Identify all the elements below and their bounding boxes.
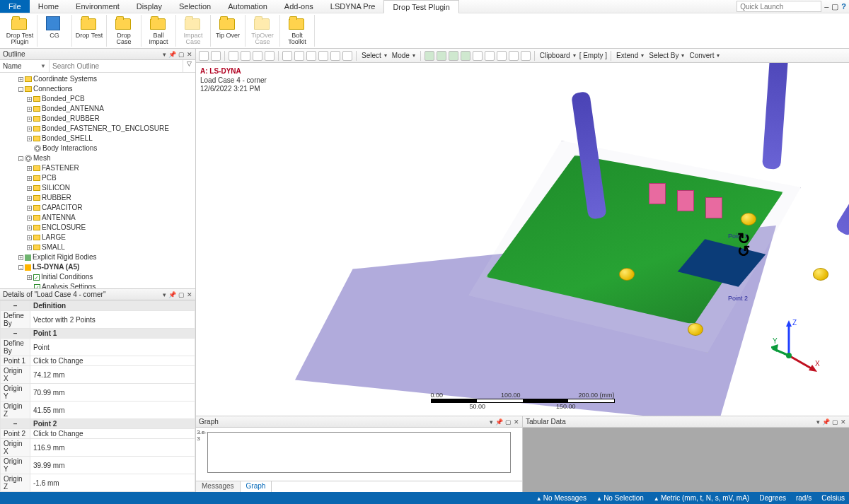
ribbon-bolt-toolkit[interactable]: Bolt Toolkit: [283, 15, 311, 47]
tab-graph[interactable]: Graph: [241, 481, 272, 492]
expand-icon[interactable]: +: [27, 166, 32, 171]
tree-node[interactable]: +SILICON: [1, 183, 195, 193]
tb-icon-edge[interactable]: [241, 51, 250, 61]
help-icon[interactable]: ?: [841, 2, 846, 11]
expand-icon[interactable]: +: [18, 77, 23, 82]
details-dropdown-icon[interactable]: ▾: [163, 291, 166, 298]
tb-icon-fit[interactable]: [211, 51, 221, 61]
tree-node[interactable]: +Coordinate Systems: [1, 74, 195, 84]
tree-node[interactable]: Body Interactions: [1, 143, 195, 153]
tb-icon-zoom[interactable]: [199, 51, 209, 61]
tree-node[interactable]: +Bonded_SHELL: [1, 134, 195, 143]
details-undock-icon[interactable]: ▢: [178, 291, 185, 298]
property-row[interactable]: Define ByVector with 2 Points: [1, 311, 195, 329]
tree-node[interactable]: +FASTENER: [1, 163, 195, 173]
ribbon-ball-impact[interactable]: Ball Impact: [144, 15, 173, 47]
tabular-pin-icon[interactable]: 📌: [822, 418, 830, 426]
tabular-dropdown-icon[interactable]: ▾: [816, 418, 820, 426]
tb-convert[interactable]: Convert: [688, 52, 721, 59]
expand-icon[interactable]: +: [27, 97, 32, 102]
outline-tree[interactable]: +Coordinate Systems-Connections+Bonded_P…: [0, 73, 195, 288]
property-row[interactable]: Define ByPoint: [1, 339, 195, 356]
menu-tab-lsdyna-pre[interactable]: LSDYNA Pre: [322, 0, 384, 13]
outline-filter-field[interactable]: Name ▼: [0, 60, 50, 72]
ribbon-tip-over[interactable]: Tip Over: [214, 15, 242, 47]
tree-node[interactable]: +PCB: [1, 173, 195, 183]
window-min-icon[interactable]: –: [824, 2, 828, 11]
orientation-triad[interactable]: Z X Y: [771, 317, 828, 373]
status-selection[interactable]: No Selection: [596, 494, 644, 502]
prop-value[interactable]: Click to Change: [30, 429, 195, 439]
outline-dropdown-icon[interactable]: ▾: [163, 51, 166, 58]
section-toggle[interactable]: –: [1, 329, 30, 339]
tree-node[interactable]: -Mesh: [1, 153, 195, 163]
tb-icon-zoomin[interactable]: [318, 51, 328, 61]
expand-icon[interactable]: +: [18, 255, 23, 260]
graph-plot-area[interactable]: 3.e-3: [207, 432, 511, 473]
menu-tab-home[interactable]: Home: [30, 0, 67, 13]
tb-icon-rotate[interactable]: [282, 51, 292, 61]
expand-icon[interactable]: -: [18, 87, 23, 92]
tree-node[interactable]: +Bonded_ANTENNA: [1, 104, 195, 114]
ribbon-drop-case[interactable]: Drop Case: [110, 15, 138, 47]
tb-icon-zoomout[interactable]: [330, 51, 340, 61]
tb-icon-g3[interactable]: [449, 51, 458, 61]
tb-icon-body[interactable]: [265, 51, 275, 61]
expand-icon[interactable]: +: [27, 136, 32, 141]
quick-launch-input[interactable]: [737, 1, 821, 12]
tb-icon-m2[interactable]: [485, 51, 495, 61]
tabular-undock-icon[interactable]: ▢: [832, 418, 838, 426]
prop-value[interactable]: 39.99 mm: [30, 457, 195, 474]
graph-close-icon[interactable]: ✕: [514, 418, 519, 426]
expand-icon[interactable]: +: [27, 127, 32, 131]
property-row[interactable]: Origin Z41.55 mm: [1, 402, 195, 419]
menu-tab-addons[interactable]: Add-ons: [276, 0, 322, 13]
prop-value[interactable]: -1.6 mm: [30, 474, 195, 492]
property-row[interactable]: Origin X116.9 mm: [1, 439, 195, 457]
expand-icon[interactable]: +: [27, 235, 32, 240]
tree-node[interactable]: +Bonded_FASTENER_TO_ENCLOSURE: [1, 124, 195, 134]
expand-icon[interactable]: -: [18, 265, 23, 270]
property-row[interactable]: Point 2Click to Change: [1, 429, 195, 439]
prop-value[interactable]: 41.55 mm: [30, 402, 195, 419]
expand-icon[interactable]: +: [27, 216, 32, 221]
status-units[interactable]: Metric (mm, t, N, s, mV, mA): [654, 494, 749, 502]
property-row[interactable]: Origin X74.12 mm: [1, 366, 195, 384]
prop-value[interactable]: Click to Change: [30, 356, 195, 366]
tb-icon-point[interactable]: [229, 51, 238, 61]
expand-icon[interactable]: +: [27, 117, 32, 122]
tb-icon-g2[interactable]: [437, 51, 446, 61]
tb-icon-g1[interactable]: [424, 51, 434, 61]
outline-search-dropdown[interactable]: ▽: [183, 60, 195, 72]
section-toggle[interactable]: –: [1, 301, 30, 311]
tree-node[interactable]: +ENCLOSURE: [1, 223, 195, 233]
prop-value[interactable]: 70.99 mm: [30, 384, 195, 402]
outline-close-icon[interactable]: ✕: [187, 51, 192, 58]
rotate-gizmo-icon[interactable]: ↻↺: [737, 233, 750, 257]
tree-node[interactable]: Analysis Settings: [1, 282, 195, 288]
outline-pin-icon[interactable]: 📌: [168, 51, 176, 58]
expand-icon[interactable]: -: [18, 156, 23, 161]
outline-search-input[interactable]: [50, 60, 183, 72]
ribbon-drop-test[interactable]: Drop Test: [75, 15, 103, 47]
tb-icon-pan[interactable]: [294, 51, 304, 61]
expand-icon[interactable]: +: [27, 186, 32, 191]
prop-value[interactable]: Vector with 2 Points: [30, 311, 195, 329]
property-row[interactable]: Point 1Click to Change: [1, 356, 195, 366]
tree-node[interactable]: -LS-DYNA (A5): [1, 262, 195, 272]
expand-icon[interactable]: +: [27, 107, 32, 112]
tb-icon-zoomfit[interactable]: [342, 51, 352, 61]
tree-node[interactable]: +LARGE: [1, 233, 195, 242]
property-row[interactable]: Origin Y70.99 mm: [1, 384, 195, 402]
prop-value[interactable]: Point: [30, 339, 195, 356]
viewport-3d[interactable]: A: LS-DYNA Load Case 4 - corner 12/6/202…: [196, 63, 849, 416]
tb-select[interactable]: Select: [360, 52, 388, 59]
tree-node[interactable]: +Initial Conditions: [1, 272, 195, 282]
property-row[interactable]: Origin Y39.99 mm: [1, 457, 195, 474]
tb-icon-zoom2[interactable]: [306, 51, 316, 61]
menu-tab-automation[interactable]: Automation: [219, 0, 276, 13]
outline-undock-icon[interactable]: ▢: [178, 51, 185, 58]
expand-icon[interactable]: +: [27, 275, 32, 280]
status-rads[interactable]: rad/s: [796, 494, 812, 502]
window-restore-icon[interactable]: ▢: [831, 2, 838, 11]
